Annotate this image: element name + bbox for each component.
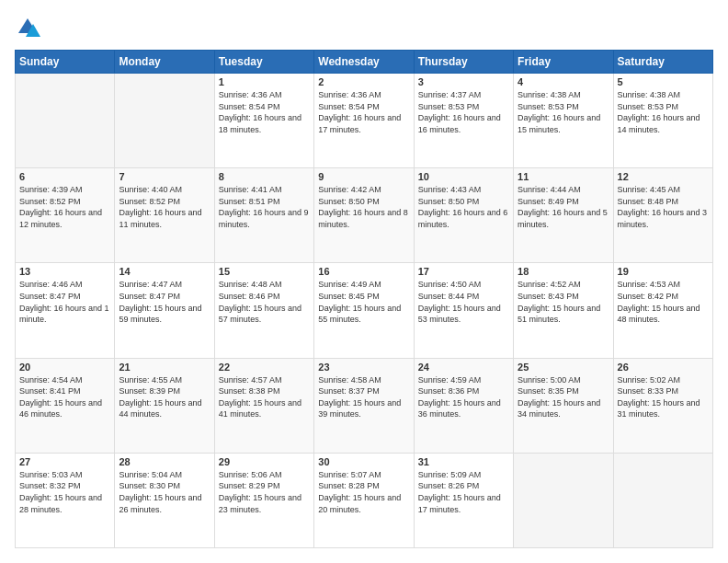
day-number: 8 xyxy=(219,171,310,182)
day-number: 14 xyxy=(119,266,210,277)
day-number: 6 xyxy=(19,171,110,182)
day-cell: 9Sunrise: 4:42 AM Sunset: 8:50 PM Daylig… xyxy=(314,168,414,263)
day-info: Sunrise: 4:40 AM Sunset: 8:52 PM Dayligh… xyxy=(119,184,210,230)
day-number: 18 xyxy=(518,266,609,277)
day-number: 3 xyxy=(418,76,509,87)
day-cell: 1Sunrise: 4:36 AM Sunset: 8:54 PM Daylig… xyxy=(214,74,313,168)
day-header-saturday: Saturday xyxy=(613,51,712,74)
day-info: Sunrise: 4:41 AM Sunset: 8:51 PM Dayligh… xyxy=(219,184,310,230)
day-number: 2 xyxy=(318,76,409,87)
day-info: Sunrise: 4:48 AM Sunset: 8:46 PM Dayligh… xyxy=(219,279,310,325)
day-info: Sunrise: 5:09 AM Sunset: 8:26 PM Dayligh… xyxy=(418,469,509,515)
day-cell xyxy=(613,453,712,547)
day-number: 23 xyxy=(318,362,409,373)
day-info: Sunrise: 4:39 AM Sunset: 8:52 PM Dayligh… xyxy=(19,184,110,230)
day-header-wednesday: Wednesday xyxy=(314,51,414,74)
calendar-table: SundayMondayTuesdayWednesdayThursdayFrid… xyxy=(15,50,713,548)
day-cell: 19Sunrise: 4:53 AM Sunset: 8:42 PM Dayli… xyxy=(613,263,712,358)
day-info: Sunrise: 4:45 AM Sunset: 8:48 PM Dayligh… xyxy=(618,184,709,230)
logo-icon xyxy=(15,15,40,40)
day-number: 31 xyxy=(418,456,509,467)
day-number: 7 xyxy=(119,171,210,182)
day-cell: 21Sunrise: 4:55 AM Sunset: 8:39 PM Dayli… xyxy=(115,358,214,453)
day-cell: 20Sunrise: 4:54 AM Sunset: 8:41 PM Dayli… xyxy=(16,358,115,453)
day-info: Sunrise: 5:02 AM Sunset: 8:33 PM Dayligh… xyxy=(618,374,709,420)
day-number: 12 xyxy=(618,171,709,182)
day-number: 21 xyxy=(119,362,210,373)
day-cell: 11Sunrise: 4:44 AM Sunset: 8:49 PM Dayli… xyxy=(514,168,613,263)
day-number: 20 xyxy=(19,362,110,373)
day-number: 9 xyxy=(318,171,409,182)
day-info: Sunrise: 5:07 AM Sunset: 8:28 PM Dayligh… xyxy=(318,469,409,515)
day-info: Sunrise: 4:38 AM Sunset: 8:53 PM Dayligh… xyxy=(518,89,609,135)
day-info: Sunrise: 4:49 AM Sunset: 8:45 PM Dayligh… xyxy=(318,279,409,325)
day-info: Sunrise: 4:57 AM Sunset: 8:38 PM Dayligh… xyxy=(219,374,310,420)
day-number: 16 xyxy=(318,266,409,277)
day-info: Sunrise: 4:43 AM Sunset: 8:50 PM Dayligh… xyxy=(418,184,509,230)
day-cell: 12Sunrise: 4:45 AM Sunset: 8:48 PM Dayli… xyxy=(613,168,712,263)
day-cell: 8Sunrise: 4:41 AM Sunset: 8:51 PM Daylig… xyxy=(214,168,313,263)
day-number: 27 xyxy=(19,456,110,467)
day-cell: 2Sunrise: 4:36 AM Sunset: 8:54 PM Daylig… xyxy=(314,74,414,168)
day-cell: 25Sunrise: 5:00 AM Sunset: 8:35 PM Dayli… xyxy=(514,358,613,453)
day-number: 13 xyxy=(19,266,110,277)
day-info: Sunrise: 4:42 AM Sunset: 8:50 PM Dayligh… xyxy=(318,184,409,230)
header-row: SundayMondayTuesdayWednesdayThursdayFrid… xyxy=(16,51,713,74)
day-header-friday: Friday xyxy=(514,51,613,74)
day-info: Sunrise: 4:50 AM Sunset: 8:44 PM Dayligh… xyxy=(418,279,509,325)
day-info: Sunrise: 4:38 AM Sunset: 8:53 PM Dayligh… xyxy=(618,89,709,135)
day-cell: 24Sunrise: 4:59 AM Sunset: 8:36 PM Dayli… xyxy=(414,358,513,453)
day-cell: 23Sunrise: 4:58 AM Sunset: 8:37 PM Dayli… xyxy=(314,358,414,453)
day-number: 24 xyxy=(418,362,509,373)
day-cell: 28Sunrise: 5:04 AM Sunset: 8:30 PM Dayli… xyxy=(115,453,214,547)
day-info: Sunrise: 4:59 AM Sunset: 8:36 PM Dayligh… xyxy=(418,374,509,420)
day-info: Sunrise: 5:06 AM Sunset: 8:29 PM Dayligh… xyxy=(219,469,310,515)
logo xyxy=(15,15,44,40)
day-number: 15 xyxy=(219,266,310,277)
day-cell: 22Sunrise: 4:57 AM Sunset: 8:38 PM Dayli… xyxy=(214,358,313,453)
week-row-1: 6Sunrise: 4:39 AM Sunset: 8:52 PM Daylig… xyxy=(16,168,713,263)
day-cell: 16Sunrise: 4:49 AM Sunset: 8:45 PM Dayli… xyxy=(314,263,414,358)
day-number: 22 xyxy=(219,362,310,373)
day-number: 1 xyxy=(219,76,310,87)
day-cell: 5Sunrise: 4:38 AM Sunset: 8:53 PM Daylig… xyxy=(613,74,712,168)
day-cell: 18Sunrise: 4:52 AM Sunset: 8:43 PM Dayli… xyxy=(514,263,613,358)
day-info: Sunrise: 4:52 AM Sunset: 8:43 PM Dayligh… xyxy=(518,279,609,325)
day-number: 17 xyxy=(418,266,509,277)
day-cell: 4Sunrise: 4:38 AM Sunset: 8:53 PM Daylig… xyxy=(514,74,613,168)
header xyxy=(15,15,713,40)
day-number: 10 xyxy=(418,171,509,182)
week-row-0: 1Sunrise: 4:36 AM Sunset: 8:54 PM Daylig… xyxy=(16,74,713,168)
day-cell xyxy=(514,453,613,547)
day-cell: 6Sunrise: 4:39 AM Sunset: 8:52 PM Daylig… xyxy=(16,168,115,263)
day-cell: 3Sunrise: 4:37 AM Sunset: 8:53 PM Daylig… xyxy=(414,74,513,168)
day-number: 29 xyxy=(219,456,310,467)
day-info: Sunrise: 4:46 AM Sunset: 8:47 PM Dayligh… xyxy=(19,279,110,325)
day-info: Sunrise: 4:47 AM Sunset: 8:47 PM Dayligh… xyxy=(119,279,210,325)
day-cell: 17Sunrise: 4:50 AM Sunset: 8:44 PM Dayli… xyxy=(414,263,513,358)
day-cell: 13Sunrise: 4:46 AM Sunset: 8:47 PM Dayli… xyxy=(16,263,115,358)
day-header-tuesday: Tuesday xyxy=(214,51,313,74)
day-number: 30 xyxy=(318,456,409,467)
day-number: 11 xyxy=(518,171,609,182)
week-row-2: 13Sunrise: 4:46 AM Sunset: 8:47 PM Dayli… xyxy=(16,263,713,358)
day-info: Sunrise: 4:54 AM Sunset: 8:41 PM Dayligh… xyxy=(19,374,110,420)
day-info: Sunrise: 4:36 AM Sunset: 8:54 PM Dayligh… xyxy=(318,89,409,135)
day-info: Sunrise: 4:36 AM Sunset: 8:54 PM Dayligh… xyxy=(219,89,310,135)
day-cell: 29Sunrise: 5:06 AM Sunset: 8:29 PM Dayli… xyxy=(214,453,313,547)
day-header-monday: Monday xyxy=(115,51,214,74)
day-cell: 27Sunrise: 5:03 AM Sunset: 8:32 PM Dayli… xyxy=(16,453,115,547)
day-number: 26 xyxy=(618,362,709,373)
week-row-4: 27Sunrise: 5:03 AM Sunset: 8:32 PM Dayli… xyxy=(16,453,713,547)
day-info: Sunrise: 4:53 AM Sunset: 8:42 PM Dayligh… xyxy=(618,279,709,325)
day-number: 25 xyxy=(518,362,609,373)
day-info: Sunrise: 5:00 AM Sunset: 8:35 PM Dayligh… xyxy=(518,374,609,420)
day-cell: 14Sunrise: 4:47 AM Sunset: 8:47 PM Dayli… xyxy=(115,263,214,358)
day-header-thursday: Thursday xyxy=(414,51,513,74)
day-cell xyxy=(16,74,115,168)
day-header-sunday: Sunday xyxy=(16,51,115,74)
day-cell: 10Sunrise: 4:43 AM Sunset: 8:50 PM Dayli… xyxy=(414,168,513,263)
day-cell: 15Sunrise: 4:48 AM Sunset: 8:46 PM Dayli… xyxy=(214,263,313,358)
day-info: Sunrise: 4:55 AM Sunset: 8:39 PM Dayligh… xyxy=(119,374,210,420)
day-cell: 7Sunrise: 4:40 AM Sunset: 8:52 PM Daylig… xyxy=(115,168,214,263)
